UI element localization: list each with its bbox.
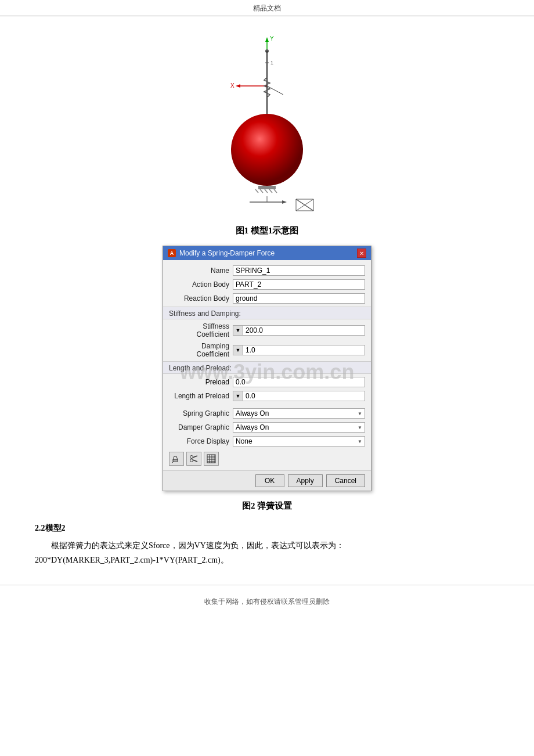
toolbar-btn-3[interactable]	[204, 452, 219, 466]
figure2-caption: 图2 弹簧设置	[35, 501, 499, 512]
cancel-button[interactable]: Cancel	[326, 474, 365, 487]
action-body-label: Action Body	[169, 280, 233, 289]
damper-graphic-arrow: ▼	[358, 425, 362, 430]
stiffness-coeff-row: Stiffness Coefficient ▼ 200.0	[163, 321, 371, 340]
dialog-toolbar	[163, 448, 371, 469]
length-at-preload-value[interactable]: 0.0	[243, 391, 365, 401]
force-display-arrow: ▼	[358, 439, 362, 444]
reaction-body-value[interactable]: ground	[233, 293, 365, 304]
action-body-row: Action Body PART_2	[163, 278, 371, 291]
stiffness-coeff-label: Stiffness Coefficient	[169, 322, 233, 339]
damping-coeff-label: Damping Coefficient	[169, 342, 233, 358]
spring-damper-dialog: A Modify a Spring-Damper Force ✕ Name SP…	[163, 246, 371, 491]
dialog-titlebar-left: A Modify a Spring-Damper Force	[168, 249, 275, 257]
viz-svg: Y X	[168, 28, 366, 219]
svg-text:1: 1	[270, 60, 273, 66]
name-value[interactable]: SPRING_1	[233, 265, 365, 276]
dialog-wrapper: A Modify a Spring-Damper Force ✕ Name SP…	[35, 246, 499, 491]
dialog-close-button[interactable]: ✕	[357, 249, 366, 258]
svg-point-31	[190, 456, 193, 459]
length-preload-header: Length and Preload:	[163, 361, 371, 374]
name-label: Name	[169, 267, 233, 275]
figure1-caption: 图1 模型1示意图	[35, 225, 499, 236]
dialog-footer: OK Apply Cancel	[163, 470, 371, 491]
dialog-titlebar: A Modify a Spring-Damper Force ✕	[163, 246, 371, 260]
force-display-select[interactable]: None ▼	[233, 436, 365, 447]
svg-line-30	[172, 462, 174, 463]
toolbar-btn-2[interactable]	[186, 452, 201, 466]
section-title: 2.2模型2	[0, 523, 534, 534]
stiffness-damping-header: Stiffness and Damping:	[163, 307, 371, 319]
spring-graphic-label: Spring Graphic	[169, 409, 233, 417]
page-container: 精品文档 Y X	[0, 0, 534, 756]
svg-marker-29	[173, 456, 178, 460]
damping-coeff-row: Damping Coefficient ▼ 1.0	[163, 340, 371, 360]
svg-rect-11	[258, 186, 276, 189]
damping-dropdown-arrow[interactable]: ▼	[233, 345, 243, 355]
action-body-value[interactable]: PART_2	[233, 279, 365, 290]
body-text: 根据弹簧力的表达式来定义Sforce，因为VY速度为负，因此，表达式可以表示为：…	[0, 538, 534, 567]
spring-graphic-arrow: ▼	[358, 411, 362, 416]
preload-value[interactable]: 0.0	[233, 377, 365, 387]
svg-text:X: X	[230, 82, 234, 89]
svg-point-10	[231, 114, 303, 186]
length-at-preload-label: Length at Preload	[169, 392, 233, 400]
force-display-row: Force Display None ▼	[163, 434, 371, 448]
stiffness-coeff-value[interactable]: 200.0	[243, 325, 365, 336]
preload-row: Preload 0.0	[163, 375, 371, 389]
preload-label: Preload	[169, 378, 233, 386]
damper-graphic-row: Damper Graphic Always On ▼	[163, 420, 371, 434]
damper-graphic-select[interactable]: Always On ▼	[233, 422, 365, 433]
content-area: Y X	[0, 28, 534, 512]
apply-button[interactable]: Apply	[288, 474, 323, 487]
length-at-preload-dropdown[interactable]: ▼	[233, 391, 243, 401]
dialog-app-icon: A	[168, 249, 176, 257]
spring-graphic-row: Spring Graphic Always On ▼	[163, 406, 371, 420]
footer-text: 收集于网络，如有侵权请联系管理员删除	[204, 597, 330, 606]
dialog-body: Name SPRING_1 Action Body PART_2 Reactio…	[163, 260, 371, 470]
ok-button[interactable]: OK	[255, 474, 284, 487]
length-preload-row: Length at Preload ▼ 0.0	[163, 389, 371, 403]
name-row: Name SPRING_1	[163, 264, 371, 278]
svg-line-33	[193, 456, 197, 458]
svg-point-32	[190, 459, 193, 462]
header-text: 精品文档	[253, 4, 281, 12]
reaction-body-label: Reaction Body	[169, 294, 233, 303]
spring-graphic-select[interactable]: Always On ▼	[233, 408, 365, 419]
stiffness-dropdown-arrow[interactable]: ▼	[233, 325, 243, 336]
viz-container: Y X	[168, 28, 366, 219]
page-header: 精品文档	[0, 0, 534, 16]
dialog-title-text: Modify a Spring-Damper Force	[179, 249, 275, 257]
force-display-label: Force Display	[169, 437, 233, 445]
svg-text:Y: Y	[270, 35, 274, 42]
page-footer: 收集于网络，如有侵权请联系管理员删除	[0, 585, 534, 613]
reaction-body-row: Reaction Body ground	[163, 291, 371, 305]
damper-graphic-label: Damper Graphic	[169, 423, 233, 431]
damping-coeff-value[interactable]: 1.0	[243, 345, 365, 355]
svg-line-34	[193, 460, 197, 462]
toolbar-btn-1[interactable]	[169, 452, 184, 466]
